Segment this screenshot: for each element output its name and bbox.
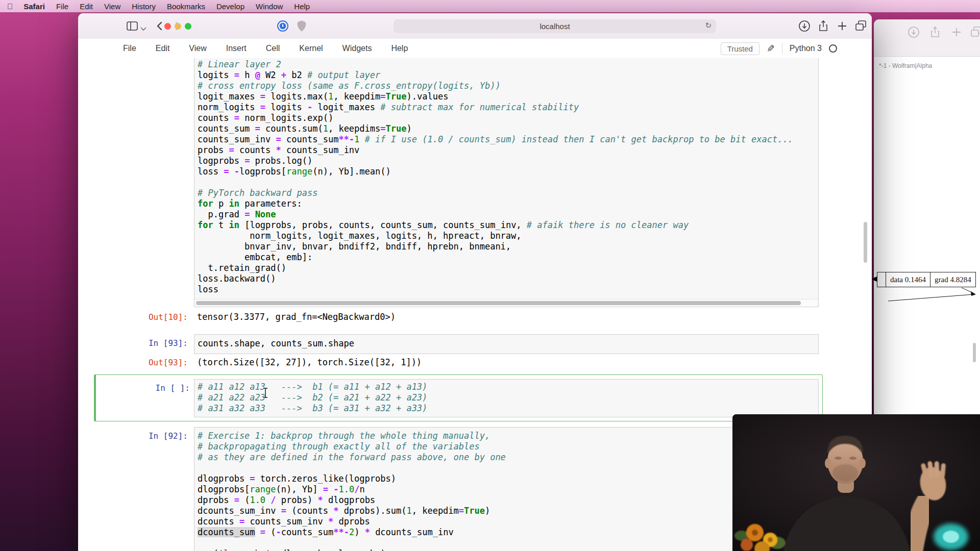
menubar-item-history[interactable]: History	[126, 2, 161, 11]
macos-menubar:  Safari File Edit View History Bookmark…	[0, 0, 980, 12]
kernel-status-icon	[829, 44, 837, 53]
download-icon[interactable]	[798, 19, 811, 35]
code-cell-input[interactable]: # a11 a12 a13 ---> b1 (= a11 + a12 + a13…	[194, 379, 819, 417]
webcam-overlay	[732, 414, 980, 551]
shield-extension-icon[interactable]	[296, 20, 307, 34]
output-text: (torch.Size([32, 27]), torch.Size([32, 1…	[197, 357, 422, 367]
onepassword-extension-icon[interactable]	[277, 20, 289, 34]
share-icon[interactable]	[817, 19, 830, 35]
menubar-item-bookmarks[interactable]: Bookmarks	[161, 2, 211, 11]
new-tab-icon	[950, 26, 963, 41]
code-cell-input[interactable]: # Exercise 1: backprop through the whole…	[194, 427, 819, 551]
jupyter-menu-edit[interactable]: Edit	[146, 44, 180, 53]
trusted-button[interactable]: Trusted	[721, 42, 760, 55]
in-prompt: In [ ]:	[118, 383, 190, 393]
background-window-title: *-1 - Wolfram|Alpha	[879, 62, 932, 69]
url-text: localhost	[540, 22, 570, 31]
menubar-item-view[interactable]: View	[99, 2, 126, 11]
graphviz-edges	[867, 265, 980, 311]
out-prompt: Out[10]:	[116, 312, 188, 322]
jupyter-menu-kernel[interactable]: Kernel	[289, 44, 332, 53]
horizontal-scrollbar-thumb[interactable]	[196, 301, 801, 305]
horizontal-scrollbar[interactable]	[194, 299, 818, 307]
url-bar[interactable]: localhost ↻	[394, 19, 716, 33]
sidebar-icon[interactable]	[127, 21, 138, 33]
jupyter-menubar: File Edit View Insert Cell Kernel Widget…	[78, 39, 872, 59]
share-icon	[928, 26, 942, 41]
menubar-item-edit[interactable]: Edit	[74, 2, 99, 11]
code-cell-input[interactable]: # Linear layer 2logits = h @ W2 + b2 # o…	[194, 58, 819, 307]
jupyter-menu-insert[interactable]: Insert	[216, 44, 256, 53]
menubar-item-window[interactable]: Window	[250, 2, 288, 11]
kernel-name: Python 3	[790, 44, 822, 53]
chevron-down-icon[interactable]	[140, 24, 146, 33]
selected-cell[interactable]: In [ ]: # a11 a12 a13 ---> b1 (= a11 + a…	[94, 374, 823, 421]
in-prompt: In [93]:	[116, 338, 188, 348]
refresh-icon[interactable]: ↻	[705, 21, 712, 30]
close-window-button[interactable]	[164, 23, 171, 30]
back-button[interactable]	[156, 21, 163, 33]
background-window-toolbar	[874, 19, 980, 57]
code-cell-input[interactable]: counts.shape, counts_sum.shape	[194, 334, 819, 354]
tab-overview-icon[interactable]	[854, 19, 868, 35]
new-tab-icon[interactable]	[836, 19, 849, 35]
tab-overview-icon	[970, 26, 980, 41]
download-icon	[907, 26, 920, 41]
zoom-window-button[interactable]	[185, 23, 191, 30]
notebook-scrollbar-thumb[interactable]	[864, 222, 867, 263]
background-window-scrollbar[interactable]	[973, 343, 976, 362]
jupyter-menu-cell[interactable]: Cell	[256, 44, 290, 53]
out-prompt: Out[93]:	[116, 358, 188, 367]
menubar-item-help[interactable]: Help	[288, 2, 315, 11]
webcam-video	[732, 414, 980, 551]
output-text: tensor(3.3377, grad_fn=<NegBackward0>)	[197, 312, 396, 322]
ibeam-cursor	[261, 387, 270, 399]
menubar-item-develop[interactable]: Develop	[211, 2, 250, 11]
edit-mode-pencil-icon: ✎	[767, 43, 775, 55]
in-prompt: In [92]:	[116, 431, 188, 441]
menubar-app-name[interactable]: Safari	[18, 2, 51, 11]
jupyter-menu-file[interactable]: File	[78, 44, 146, 53]
jupyter-menu-widgets[interactable]: Widgets	[333, 44, 382, 53]
jupyter-menu-help[interactable]: Help	[381, 44, 418, 53]
forward-button[interactable]	[175, 21, 182, 33]
jupyter-menu-view[interactable]: View	[179, 44, 216, 53]
apple-menu-icon[interactable]: 	[0, 2, 18, 11]
toolbar-divider	[782, 43, 782, 54]
menubar-item-file[interactable]: File	[51, 2, 74, 11]
